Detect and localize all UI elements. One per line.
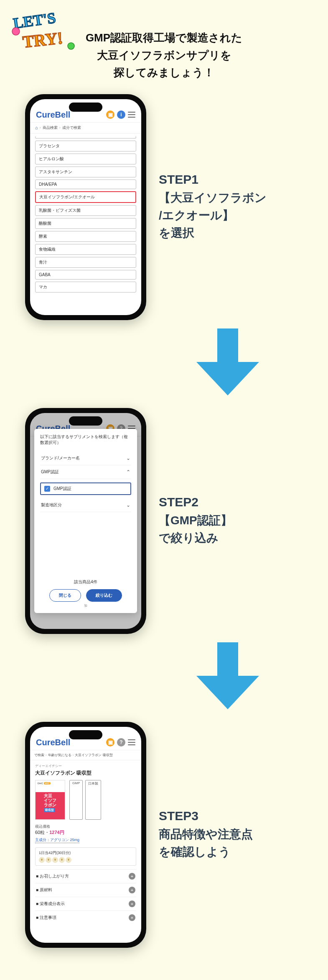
yen-icon: ¥ <box>52 857 58 863</box>
accordion-item[interactable]: ■ 原材料+ <box>35 883 136 897</box>
step1-row: CureBell ▣ i ⌂ › 商品検索 › 成分で検索 プラセン <box>13 94 315 320</box>
step2-row: CureBell ▣ ? 以下に該当するサプリメントを検索します（複数選択可） … <box>13 408 315 634</box>
gmp-badge: GMP <box>69 780 83 820</box>
info-icon[interactable]: i <box>117 110 125 119</box>
bookmark-icon[interactable]: ▣ <box>106 738 114 747</box>
accordion-item[interactable]: ■ お召し上がり方+ <box>35 869 136 883</box>
product-detail: ディーエイチシー 大豆イソフラボン 吸収型 DHC 30日 大豆 イソフ ラボン… <box>30 760 141 928</box>
step3-text: STEP3 商品特徴や注意点 を確認しよう <box>159 809 315 861</box>
phone-notch <box>69 416 102 426</box>
breadcrumb: ⌂ › 商品検索 › 成分で検索 <box>30 123 141 133</box>
price-label: 税込価格 <box>35 824 136 829</box>
list-item[interactable]: 乳酸菌・ビフィズス菌 <box>35 205 136 216</box>
svg-marker-5 <box>196 642 259 709</box>
step1-text: STEP1 【大豆イソフラボン /エクオール】 を選択 <box>159 172 315 242</box>
phone-notch <box>69 730 102 739</box>
help-icon[interactable]: ? <box>117 738 125 747</box>
svg-text:LET'S: LET'S <box>12 9 57 32</box>
filter-brand[interactable]: ブランド/メーカー名 ⌄ <box>40 452 131 465</box>
accordion-item[interactable]: ■ 注意事項+ <box>35 911 136 924</box>
svg-point-2 <box>12 28 20 35</box>
daily-cost-box: 1日当42円(30日分) ¥ ¥ ¥ ¥ ¥ <box>35 847 136 866</box>
bc-item[interactable]: 成分で検索 <box>62 125 81 131</box>
result-count: 該当商品4件 <box>40 579 131 585</box>
yen-icon: ¥ <box>39 857 45 863</box>
list-item[interactable]: 食物繊維 <box>35 244 136 255</box>
filter-modal: 以下に該当するサプリメントを検索します（複数選択可） ブランド/メーカー名 ⌄ … <box>34 429 137 613</box>
modal-title: 以下に該当するサプリメントを検索します（複数選択可） <box>40 434 131 446</box>
step-desc-line: を確認しよう <box>159 843 315 861</box>
ingredient-list: プラセンタ ヒアルロン酸 アスタキサンチン DHA/EPA 大豆イソフラボン/エ… <box>30 133 141 295</box>
lets-try-badge: LET'S TRY! <box>8 6 79 61</box>
chevron-down-icon: ⌄ <box>126 502 130 508</box>
cost-rating: ¥ ¥ ¥ ¥ ¥ <box>39 857 132 863</box>
checkbox-label: GMP認証 <box>53 486 71 492</box>
plus-icon: + <box>129 873 135 880</box>
arrow-down-icon <box>196 642 259 709</box>
step-desc-line: 商品特徴や注意点 <box>159 826 315 843</box>
bc-item[interactable]: 大豆イソフラボン 吸収型 <box>75 753 112 757</box>
yen-icon: ¥ <box>46 857 51 863</box>
bookmark-icon[interactable]: ▣ <box>106 110 114 119</box>
arrow-down-icon <box>196 328 259 395</box>
step3-row: CureBell ▣ ? で検索› 年齢が気になる› 大豆イソフラボン 吸収型 … <box>13 722 315 948</box>
app-logo[interactable]: CureBell <box>36 738 70 747</box>
plus-icon: + <box>129 914 135 921</box>
app-logo[interactable]: CureBell <box>36 110 70 120</box>
modal-footer: 該当商品4件 閉じる 絞り込む 加 <box>40 579 131 608</box>
filter-label: GMP認証 <box>41 469 59 475</box>
phone-mockup-2: CureBell ▣ ? 以下に該当するサプリメントを検索します（複数選択可） … <box>25 408 146 634</box>
list-item[interactable]: 青汁 <box>35 257 136 268</box>
plus-icon: + <box>129 900 135 907</box>
phone-notch <box>69 103 102 112</box>
step-desc-line: 【大豆イソフラボン <box>159 189 315 207</box>
bc-item[interactable]: で検索 <box>34 753 44 757</box>
step2-text: STEP2 【GMP認証】 で絞り込み <box>159 495 315 547</box>
close-button[interactable]: 閉じる <box>49 589 81 602</box>
list-item[interactable] <box>35 136 136 139</box>
svg-text:TRY!: TRY! <box>22 28 64 51</box>
main-ingredient[interactable]: 主成分：アグリコン 25mg <box>35 837 79 843</box>
price-value: 1274円 <box>49 830 64 835</box>
chevron-up-icon: ⌃ <box>126 469 130 475</box>
phone-mockup-1: CureBell ▣ i ⌂ › 商品検索 › 成分で検索 プラセン <box>25 94 146 320</box>
hero-line3: 探してみましょう！ <box>13 64 315 82</box>
checkbox-checked-icon[interactable]: ✓ <box>44 486 50 492</box>
filter-label: ブランド/メーカー名 <box>41 455 80 461</box>
step-desc-line: で絞り込み <box>159 529 315 547</box>
bc-item[interactable]: 商品検索 <box>43 125 58 131</box>
filter-region[interactable]: 製造地区分 ⌄ <box>40 498 131 512</box>
step-desc-line: /エクオール】 <box>159 207 315 224</box>
product-image[interactable]: DHC 30日 大豆 イソフ ラボン 吸収型 <box>35 780 65 820</box>
step-desc-line: 【GMP認証】 <box>159 512 315 529</box>
filter-gmp[interactable]: GMP認証 ⌃ <box>40 465 131 479</box>
chevron-down-icon: ⌄ <box>126 455 130 461</box>
breadcrumb: で検索› 年齢が気になる› 大豆イソフラボン 吸収型 <box>30 750 141 760</box>
yen-icon: ¥ <box>59 857 65 863</box>
accordion: ■ お召し上がり方+ ■ 原材料+ ■ 栄養成分表示+ ■ 注意事項+ <box>35 869 136 924</box>
daily-cost-text: 1日当42円(30日分) <box>39 850 132 856</box>
list-item[interactable]: 酵素 <box>35 231 136 242</box>
menu-icon[interactable] <box>128 739 135 745</box>
list-item[interactable]: ヒアルロン酸 <box>35 154 136 164</box>
product-brand: ディーエイチシー <box>35 764 136 768</box>
list-item[interactable]: DHA/EPA <box>35 180 136 189</box>
apply-filter-button[interactable]: 絞り込む <box>86 589 122 602</box>
list-item[interactable]: プラセンタ <box>35 141 136 151</box>
list-item[interactable]: 酪酸菌 <box>35 218 136 229</box>
step-label: STEP1 <box>159 172 315 187</box>
bc-item[interactable]: 年齢が気になる <box>48 753 71 757</box>
list-item-highlighted[interactable]: 大豆イソフラボン/エクオール <box>35 191 136 203</box>
home-icon[interactable]: ⌂ <box>35 125 38 130</box>
product-name: 大豆イソフラボン 吸収型 <box>35 770 136 777</box>
menu-icon[interactable] <box>128 112 135 118</box>
gmp-checkbox-row[interactable]: ✓ GMP認証 <box>40 482 131 495</box>
modal-subtext: 加 <box>40 603 131 608</box>
plus-icon: + <box>129 887 135 893</box>
accordion-item[interactable]: ■ 栄養成分表示+ <box>35 897 136 911</box>
product-badges: GMP 日本製 <box>69 780 101 820</box>
list-item[interactable]: アスタキサンチン <box>35 167 136 177</box>
list-item[interactable]: GABA <box>35 270 136 280</box>
step-label: STEP2 <box>159 495 315 509</box>
list-item[interactable]: マカ <box>35 282 136 292</box>
